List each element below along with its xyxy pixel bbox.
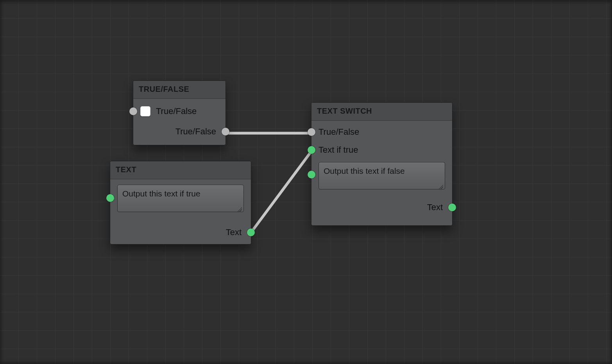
input-port-text[interactable] — [106, 194, 114, 202]
input-port-text-true[interactable] — [308, 146, 315, 154]
output-port-bool[interactable] — [222, 128, 229, 136]
wire-text — [252, 151, 311, 232]
node-text-switch[interactable]: TEXT SWITCH True/False Text if true Text — [311, 102, 453, 226]
true-false-checkbox[interactable] — [140, 106, 150, 116]
output-port-text[interactable] — [448, 203, 456, 211]
node-text[interactable]: TEXT Text — [110, 161, 251, 244]
text-input[interactable] — [117, 185, 244, 212]
wires-layer — [0, 0, 612, 364]
node-title: TRUE/FALSE — [133, 81, 225, 99]
output-label: Text — [226, 227, 244, 237]
input-bool-label: True/False — [319, 127, 359, 137]
input-port-bool[interactable] — [308, 128, 315, 136]
output-label: True/False — [175, 127, 218, 137]
node-true-false[interactable]: TRUE/FALSE True/False True/False — [133, 80, 226, 145]
output-label: Text — [427, 202, 445, 212]
checkbox-label: True/False — [156, 106, 197, 116]
text-false-input[interactable] — [319, 162, 445, 189]
node-editor-canvas[interactable]: TRUE/FALSE True/False True/False TEXT Te… — [0, 0, 612, 364]
node-title: TEXT — [110, 161, 251, 179]
node-title: TEXT SWITCH — [311, 103, 452, 121]
input-port-bool[interactable] — [129, 107, 137, 115]
input-port-text-false[interactable] — [308, 171, 315, 178]
input-text-true-label: Text if true — [319, 145, 358, 155]
output-port-text[interactable] — [247, 228, 255, 236]
